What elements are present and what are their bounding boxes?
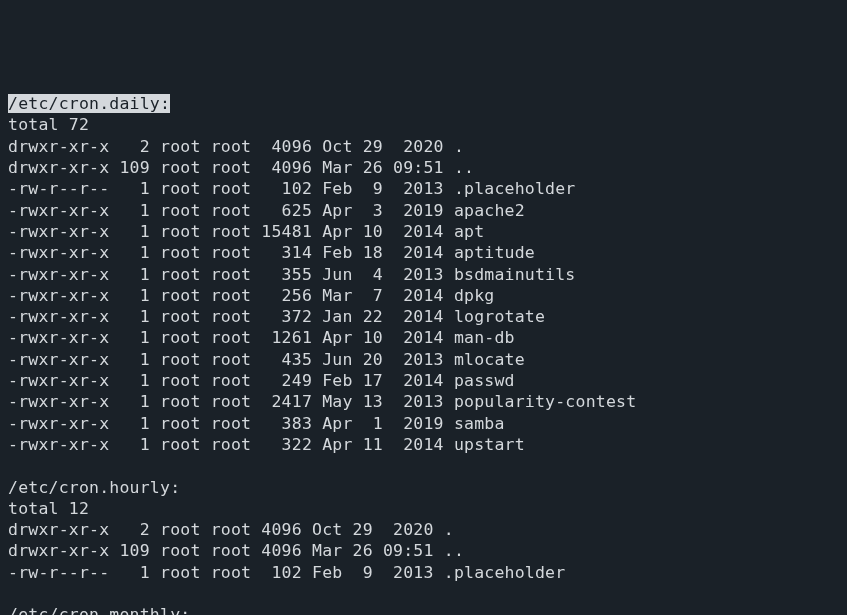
file-row: -rw-r--r-- 1 root root 102 Feb 9 2013 .p… xyxy=(8,562,839,583)
blank-line xyxy=(8,455,839,476)
file-row: drwxr-xr-x 2 root root 4096 Oct 29 2020 … xyxy=(8,519,839,540)
file-row: -rwxr-xr-x 1 root root 314 Feb 18 2014 a… xyxy=(8,242,839,263)
file-row: -rwxr-xr-x 1 root root 256 Mar 7 2014 dp… xyxy=(8,285,839,306)
file-row: -rwxr-xr-x 1 root root 435 Jun 20 2013 m… xyxy=(8,349,839,370)
file-row: -rwxr-xr-x 1 root root 355 Jun 4 2013 bs… xyxy=(8,264,839,285)
file-row: -rwxr-xr-x 1 root root 625 Apr 3 2019 ap… xyxy=(8,200,839,221)
dir-header: /etc/cron.monthly: xyxy=(8,604,839,615)
blank-line xyxy=(8,583,839,604)
file-row: drwxr-xr-x 2 root root 4096 Oct 29 2020 … xyxy=(8,136,839,157)
file-row: -rwxr-xr-x 1 root root 372 Jan 22 2014 l… xyxy=(8,306,839,327)
total-line: total 72 xyxy=(8,114,839,135)
file-row: -rwxr-xr-x 1 root root 15481 Apr 10 2014… xyxy=(8,221,839,242)
file-row: -rwxr-xr-x 1 root root 383 Apr 1 2019 sa… xyxy=(8,413,839,434)
file-row: drwxr-xr-x 109 root root 4096 Mar 26 09:… xyxy=(8,540,839,561)
file-row: -rwxr-xr-x 1 root root 1261 Apr 10 2014 … xyxy=(8,327,839,348)
file-row: drwxr-xr-x 109 root root 4096 Mar 26 09:… xyxy=(8,157,839,178)
file-row: -rw-r--r-- 1 root root 102 Feb 9 2013 .p… xyxy=(8,178,839,199)
file-row: -rwxr-xr-x 1 root root 249 Feb 17 2014 p… xyxy=(8,370,839,391)
dir-header: /etc/cron.daily: xyxy=(8,93,839,114)
file-row: -rwxr-xr-x 1 root root 2417 May 13 2013 … xyxy=(8,391,839,412)
total-line: total 12 xyxy=(8,498,839,519)
dir-header: /etc/cron.hourly: xyxy=(8,477,839,498)
file-row: -rwxr-xr-x 1 root root 322 Apr 11 2014 u… xyxy=(8,434,839,455)
terminal-output[interactable]: /etc/cron.daily:total 72drwxr-xr-x 2 roo… xyxy=(8,93,839,615)
